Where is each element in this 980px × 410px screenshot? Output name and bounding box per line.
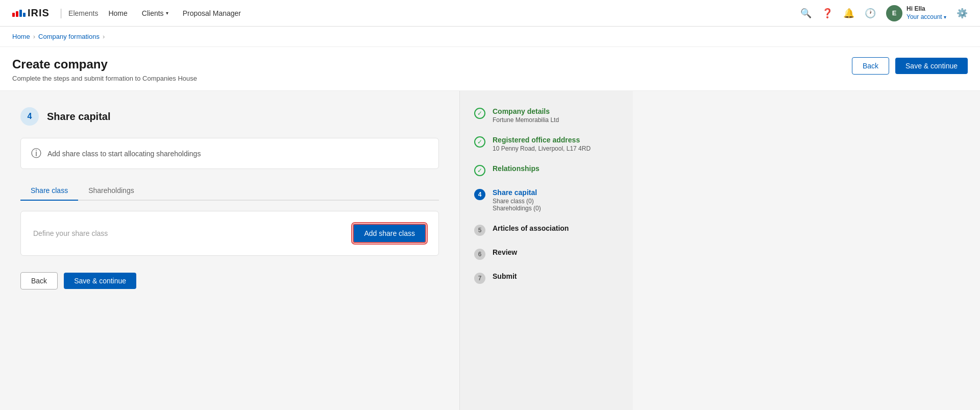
logo-dot-1	[12, 13, 15, 17]
sidebar-item-articles: 5 Articles of association	[474, 224, 619, 236]
sidebar-registered-office-subtitle: 10 Penny Road, Liverpool, L17 4RD	[493, 145, 591, 152]
step-header: 4 Share capital	[20, 107, 439, 126]
sidebar-item-company-details: ✓ Company details Fortune Memorabilia Lt…	[474, 107, 619, 124]
user-avatar: E	[886, 5, 902, 21]
iris-logo-text: IRIS	[28, 7, 50, 19]
logo-dot-3	[19, 10, 22, 17]
sidebar-item-share-capital: 4 Share capital Share class (0) Sharehol…	[474, 188, 619, 212]
nav-elements-label: Elements	[68, 9, 98, 17]
breadcrumb-company-formations[interactable]: Company formations	[38, 33, 100, 40]
step-num-submit: 7	[474, 273, 485, 284]
user-dropdown-icon: ▾	[944, 14, 946, 20]
bottom-save-continue-button[interactable]: Save & continue	[64, 273, 136, 289]
clients-dropdown-icon: ▾	[166, 10, 168, 16]
settings-icon[interactable]: ⚙️	[957, 8, 968, 19]
logo-dot-2	[16, 11, 18, 17]
page-title-area: Create company Complete the steps and su…	[12, 57, 197, 82]
help-icon[interactable]: ❓	[822, 8, 833, 19]
user-greeting: Hi Ella	[906, 5, 946, 13]
sidebar-item-registered-office: ✓ Registered office address 10 Penny Roa…	[474, 136, 619, 152]
info-box: ⓘ Add share class to start allocating sh…	[20, 138, 439, 169]
tab-bar: Share class Shareholdings	[20, 181, 439, 201]
user-menu[interactable]: E Hi Ella Your account ▾	[886, 5, 946, 21]
info-circle-icon: ⓘ	[31, 147, 41, 160]
step-num-articles: 5	[474, 225, 485, 236]
bottom-actions: Back Save & continue	[20, 272, 439, 290]
nav-links: Home Clients ▾ Proposal Manager	[108, 9, 800, 17]
sidebar-item-submit: 7 Submit	[474, 272, 619, 284]
nav-proposal-manager[interactable]: Proposal Manager	[183, 9, 241, 17]
step-number-badge: 4	[20, 107, 39, 126]
check-icon-company-details: ✓	[474, 108, 485, 119]
breadcrumb-sep-1: ›	[33, 33, 35, 40]
share-class-placeholder: Define your share class	[33, 229, 108, 237]
nav-home[interactable]: Home	[108, 9, 127, 17]
logo-dot-4	[23, 13, 26, 17]
bottom-back-button[interactable]: Back	[20, 272, 58, 290]
nav-clients[interactable]: Clients ▾	[142, 9, 168, 17]
left-panel: 4 Share capital ⓘ Add share class to sta…	[0, 91, 459, 410]
sidebar-relationships-title[interactable]: Relationships	[493, 164, 540, 173]
sidebar-item-review: 6 Review	[474, 248, 619, 260]
content-wrapper: 4 Share capital ⓘ Add share class to sta…	[0, 91, 980, 410]
header-save-continue-button[interactable]: Save & continue	[895, 58, 968, 74]
sidebar-submit-title[interactable]: Submit	[493, 272, 517, 280]
right-sidebar: ✓ Company details Fortune Memorabilia Lt…	[459, 91, 633, 410]
logo-dots	[12, 10, 26, 17]
step-title: Share capital	[47, 111, 111, 123]
share-class-box: Define your share class Add share class	[20, 211, 439, 256]
tab-share-class[interactable]: Share class	[20, 181, 78, 201]
top-navigation: IRIS | Elements Home Clients ▾ Proposal …	[0, 0, 980, 27]
nav-divider: |	[60, 7, 62, 19]
check-icon-registered-office: ✓	[474, 136, 485, 148]
clock-icon[interactable]: 🕐	[865, 8, 876, 19]
iris-logo: IRIS	[12, 7, 50, 19]
nav-right-icons: 🔍 ❓ 🔔 🕐 E Hi Ella Your account ▾ ⚙️	[800, 5, 968, 21]
sidebar-review-title[interactable]: Review	[493, 248, 517, 256]
page-header: Create company Complete the steps and su…	[0, 47, 980, 91]
breadcrumb: Home › Company formations ›	[0, 27, 980, 47]
logo-area: IRIS | Elements	[12, 7, 98, 19]
search-icon[interactable]: 🔍	[800, 8, 812, 19]
page-title: Create company	[12, 57, 197, 71]
sidebar-share-capital-sub2: Shareholdings (0)	[493, 205, 541, 212]
page-subtitle: Complete the steps and submit formation …	[12, 75, 197, 82]
sidebar-share-capital-sub1: Share class (0)	[493, 198, 541, 205]
step-num-review: 6	[474, 249, 485, 260]
sidebar-registered-office-title[interactable]: Registered office address	[493, 136, 591, 144]
header-actions: Back Save & continue	[852, 57, 968, 75]
header-back-button[interactable]: Back	[852, 57, 889, 75]
add-share-class-button[interactable]: Add share class	[353, 224, 426, 243]
sidebar-articles-title[interactable]: Articles of association	[493, 224, 569, 232]
sidebar-company-details-subtitle: Fortune Memorabilia Ltd	[493, 116, 559, 124]
breadcrumb-sep-2: ›	[103, 33, 105, 40]
sidebar-item-relationships: ✓ Relationships	[474, 164, 619, 176]
check-icon-relationships: ✓	[474, 165, 485, 176]
tab-shareholdings[interactable]: Shareholdings	[78, 181, 144, 201]
info-message: Add share class to start allocating shar…	[47, 150, 201, 158]
sidebar-share-capital-title[interactable]: Share capital	[493, 188, 541, 197]
step-num-share-capital: 4	[474, 189, 485, 200]
breadcrumb-home[interactable]: Home	[12, 33, 30, 40]
user-account-label: Your account ▾	[906, 13, 946, 21]
sidebar-company-details-title[interactable]: Company details	[493, 107, 559, 115]
bell-icon[interactable]: 🔔	[843, 8, 854, 19]
user-info: Hi Ella Your account ▾	[906, 5, 946, 21]
